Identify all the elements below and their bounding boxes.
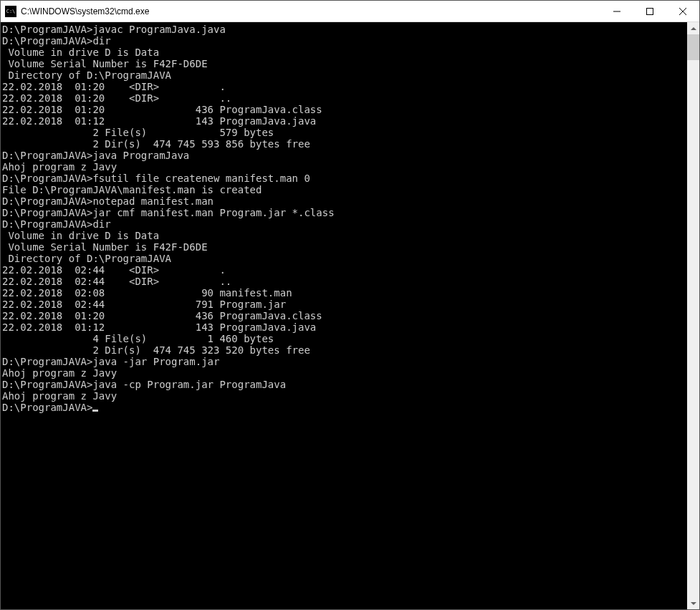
- window-controls: [600, 1, 699, 21]
- terminal-line: 22.02.2018 02:08 90 manifest.man: [2, 287, 687, 299]
- terminal-cursor: [92, 410, 98, 412]
- terminal-line: 22.02.2018 02:44 <DIR> ..: [2, 276, 687, 287]
- chevron-down-icon: [691, 602, 696, 605]
- scroll-track[interactable]: [687, 34, 699, 597]
- terminal-line: D:\ProgramJAVA>java -cp Program.jar Prog…: [2, 379, 687, 390]
- scroll-thumb[interactable]: [687, 34, 699, 60]
- terminal-line: D:\ProgramJAVA>fsutil file createnew man…: [2, 173, 687, 184]
- terminal-line: 22.02.2018 01:12 143 ProgramJava.java: [2, 321, 687, 333]
- svg-marker-4: [691, 27, 696, 30]
- terminal-line: Volume in drive D is Data: [2, 230, 687, 241]
- terminal-line: D:\ProgramJAVA>notepad manifest.man: [2, 195, 687, 207]
- close-icon: [679, 8, 686, 15]
- scroll-up-arrow[interactable]: [687, 22, 699, 34]
- terminal-line: Ahoj program z Javy: [2, 161, 687, 173]
- terminal-line: 22.02.2018 02:44 791 Program.jar: [2, 299, 687, 310]
- terminal-line: Ahoj program z Javy: [2, 367, 687, 379]
- terminal-line: 22.02.2018 02:44 <DIR> .: [2, 264, 687, 276]
- terminal-line: 22.02.2018 01:20 <DIR> ..: [2, 92, 687, 104]
- terminal-line: Volume Serial Number is F42F-D6DE: [2, 58, 687, 69]
- cmd-icon: C:\: [5, 6, 16, 17]
- terminal-line: D:\ProgramJAVA>java ProgramJava: [2, 150, 687, 161]
- svg-marker-5: [691, 602, 696, 605]
- terminal-line: Volume in drive D is Data: [2, 47, 687, 58]
- terminal-line: 22.02.2018 01:20 436 ProgramJava.class: [2, 104, 687, 115]
- terminal-line: D:\ProgramJAVA>jar cmf manifest.man Prog…: [2, 207, 687, 218]
- terminal-line: 22.02.2018 01:12 143 ProgramJava.java: [2, 115, 687, 127]
- svg-rect-1: [647, 8, 653, 14]
- terminal-container: D:\ProgramJAVA>javac ProgramJava.javaD:\…: [1, 22, 699, 609]
- terminal-line: D:\ProgramJAVA>: [2, 402, 687, 413]
- terminal-line: 4 File(s) 1 460 bytes: [2, 333, 687, 344]
- vertical-scrollbar[interactable]: [687, 22, 699, 609]
- cmd-icon-label: C:\: [6, 9, 16, 14]
- close-button[interactable]: [666, 1, 699, 21]
- terminal-line: Ahoj program z Javy: [2, 390, 687, 402]
- terminal-line: File D:\ProgramJAVA\manifest.man is crea…: [2, 184, 687, 195]
- window-title: C:\WINDOWS\system32\cmd.exe: [21, 6, 149, 16]
- terminal-line: 2 File(s) 579 bytes: [2, 127, 687, 138]
- terminal-line: 2 Dir(s) 474 745 323 520 bytes free: [2, 344, 687, 356]
- terminal-line: 22.02.2018 01:20 436 ProgramJava.class: [2, 310, 687, 321]
- minimize-button[interactable]: [600, 1, 633, 21]
- titlebar-left: C:\ C:\WINDOWS\system32\cmd.exe: [1, 6, 149, 17]
- terminal-line: 2 Dir(s) 474 745 593 856 bytes free: [2, 138, 687, 150]
- terminal-line: Volume Serial Number is F42F-D6DE: [2, 241, 687, 253]
- terminal-line: D:\ProgramJAVA>javac ProgramJava.java: [2, 24, 687, 35]
- minimize-icon: [613, 8, 620, 15]
- terminal-line: Directory of D:\ProgramJAVA: [2, 253, 687, 264]
- terminal-line: D:\ProgramJAVA>java -jar Program.jar: [2, 356, 687, 367]
- maximize-icon: [646, 8, 653, 15]
- terminal-line: 22.02.2018 01:20 <DIR> .: [2, 81, 687, 92]
- scroll-down-arrow[interactable]: [687, 597, 699, 609]
- chevron-up-icon: [691, 27, 696, 30]
- command-prompt-window: C:\ C:\WINDOWS\system32\cmd.exe D:\Progr…: [0, 0, 700, 610]
- terminal-line: D:\ProgramJAVA>dir: [2, 218, 687, 230]
- titlebar[interactable]: C:\ C:\WINDOWS\system32\cmd.exe: [1, 1, 699, 22]
- maximize-button[interactable]: [633, 1, 666, 21]
- terminal-line: D:\ProgramJAVA>dir: [2, 35, 687, 47]
- terminal-line: Directory of D:\ProgramJAVA: [2, 69, 687, 81]
- terminal-output[interactable]: D:\ProgramJAVA>javac ProgramJava.javaD:\…: [1, 22, 687, 609]
